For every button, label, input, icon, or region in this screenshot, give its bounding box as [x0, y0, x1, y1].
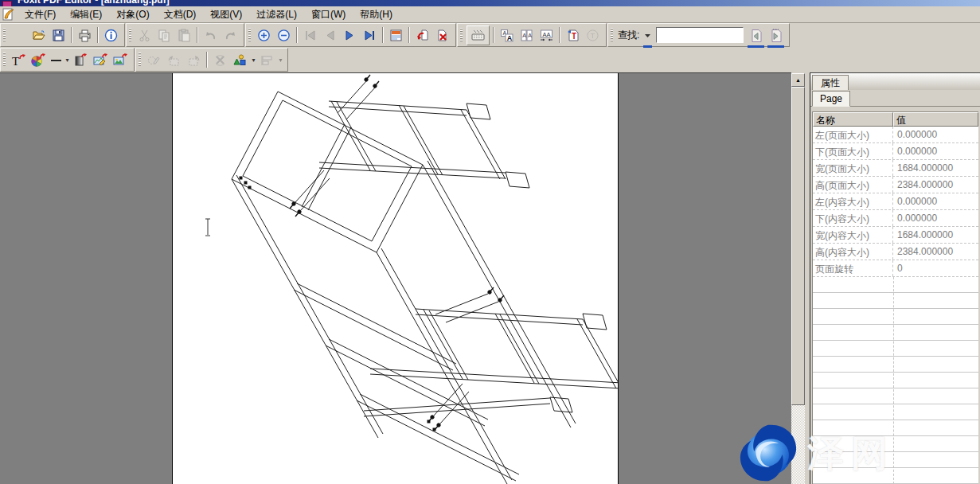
shapes-dropdown[interactable]: ▾ — [250, 57, 257, 64]
keyboard-button[interactable] — [467, 25, 490, 45]
toolbar-grip[interactable] — [611, 28, 613, 42]
font-width-button[interactable]: AA — [517, 26, 536, 45]
property-row[interactable]: 下(页面大小)0.000000 — [813, 143, 978, 160]
find-input[interactable] — [656, 27, 744, 43]
first-page-button[interactable] — [301, 26, 319, 45]
menu-file[interactable]: 文件(F) — [18, 6, 63, 23]
panel-subtabstrip: Page — [810, 90, 980, 107]
property-grid-header: 名称 值 — [813, 112, 978, 127]
next-page-button[interactable] — [341, 26, 359, 45]
separator — [71, 27, 72, 43]
toolbar-grip[interactable] — [129, 28, 131, 42]
delete-page-button[interactable] — [433, 26, 451, 45]
file-toolbar — [0, 23, 125, 47]
scrollbar-thumb[interactable] — [791, 87, 805, 405]
property-row[interactable]: 左(页面大小)0.000000 — [813, 127, 978, 143]
tab-page[interactable]: Page — [812, 91, 850, 107]
svg-text:A: A — [528, 33, 532, 38]
copy-button[interactable] — [155, 26, 174, 45]
rotate-text-button[interactable]: T — [584, 26, 602, 45]
open-button[interactable] — [29, 26, 48, 45]
rotate-right-button[interactable] — [185, 51, 203, 69]
edit-toolbar — [126, 23, 244, 47]
property-row[interactable]: 高(页面大小)2384.000000 — [813, 177, 978, 193]
new-document-button[interactable] — [10, 26, 28, 45]
font-button[interactable]: AA — [498, 26, 516, 45]
text-toolbar: AA AA AA T T — [457, 23, 607, 47]
import-page-button[interactable] — [413, 26, 431, 45]
property-row[interactable]: 宽(内容大小)1684.000000 — [813, 227, 978, 244]
property-row[interactable]: 宽(页面大小)1684.000000 — [813, 160, 978, 177]
document-canvas[interactable] — [0, 72, 791, 484]
separator — [493, 27, 494, 43]
property-row[interactable]: 页面旋转0 — [813, 260, 978, 277]
up-arrow-icon: ▲ — [795, 77, 801, 83]
edit-image-button[interactable] — [92, 51, 110, 69]
zoom-out-button[interactable] — [275, 26, 293, 45]
separator — [408, 27, 410, 43]
property-row[interactable]: 左(内容大小)0.000000 — [813, 193, 978, 210]
separator — [382, 27, 384, 43]
text-cursor — [205, 219, 210, 236]
redo-button[interactable] — [221, 26, 240, 45]
separator — [97, 27, 99, 43]
menu-view[interactable]: 视图(V) — [203, 6, 249, 23]
clone-object-button[interactable] — [145, 51, 163, 69]
line-style-button[interactable] — [49, 51, 63, 69]
find-dropdown-button[interactable] — [642, 26, 653, 45]
properties-panel: 属性 Page 名称 值 左(页面大小)0.000000 下(页面大小)0.00… — [810, 72, 980, 484]
separator — [197, 27, 198, 43]
line-style-dropdown[interactable]: ▾ — [64, 57, 71, 64]
cut-button[interactable] — [135, 26, 154, 45]
panel-tabstrip: 属性 — [810, 73, 980, 90]
add-shading-button[interactable] — [72, 51, 90, 69]
menu-window[interactable]: 窗口(W) — [304, 6, 353, 23]
add-text-button[interactable]: T — [10, 51, 28, 69]
align-button[interactable] — [258, 51, 276, 69]
toolbar-grip[interactable] — [3, 28, 6, 42]
zoom-in-button[interactable] — [255, 26, 273, 45]
toolbar-row-2: T ▾ ▾ ▾ — [0, 48, 980, 72]
last-page-button[interactable] — [361, 26, 379, 45]
scroll-up-button[interactable]: ▲ — [791, 73, 805, 87]
tab-properties[interactable]: 属性 — [812, 75, 849, 90]
shapes-button[interactable] — [231, 51, 249, 69]
find-toolbar: 查找: — [607, 23, 790, 47]
info-button[interactable] — [102, 26, 120, 45]
insert-text-button[interactable]: T — [564, 26, 582, 45]
column-value: 值 — [893, 112, 978, 127]
menu-document[interactable]: 文档(D) — [157, 6, 204, 23]
app-icon — [2, 1, 12, 6]
toolbar-grip[interactable] — [139, 53, 141, 67]
add-color-button[interactable] — [29, 51, 48, 69]
menu-edit[interactable]: 编辑(E) — [63, 6, 109, 23]
find-prev-button[interactable] — [747, 26, 765, 45]
add-image-button[interactable] — [111, 51, 130, 69]
toolbar-grip[interactable] — [3, 53, 6, 67]
paste-button[interactable] — [175, 26, 193, 45]
menu-object[interactable]: 对象(O) — [109, 6, 156, 23]
find-label: 查找: — [618, 29, 639, 42]
toolbar-grip[interactable] — [248, 28, 251, 42]
menu-help[interactable]: 帮助(H) — [353, 6, 400, 23]
char-spacing-button[interactable]: AA — [537, 26, 556, 45]
vertical-scrollbar[interactable]: ▲ — [791, 73, 805, 484]
delete-object-button[interactable] — [211, 51, 229, 69]
pdf-page[interactable] — [172, 73, 619, 484]
svg-text:A: A — [522, 33, 526, 38]
print-button[interactable] — [76, 26, 94, 45]
find-next-button[interactable] — [767, 26, 785, 45]
menu-filter[interactable]: 过滤器(L) — [249, 6, 304, 23]
menu-bar: 文件(F) 编辑(E) 对象(O) 文档(D) 视图(V) 过滤器(L) 窗口(… — [0, 6, 980, 23]
page-properties-button[interactable] — [387, 26, 405, 45]
cable-tray-drawing — [173, 73, 618, 484]
property-row[interactable]: 高(内容大小)2384.000000 — [813, 244, 978, 260]
align-dropdown[interactable]: ▾ — [277, 57, 284, 64]
toolbar-grip[interactable] — [460, 28, 463, 42]
undo-button[interactable] — [201, 26, 220, 45]
object-toolbar: T ▾ — [0, 48, 135, 72]
save-button[interactable] — [49, 26, 68, 45]
rotate-left-button[interactable] — [165, 51, 183, 69]
prev-page-button[interactable] — [321, 26, 339, 45]
property-row[interactable]: 下(内容大小)0.000000 — [813, 210, 978, 227]
